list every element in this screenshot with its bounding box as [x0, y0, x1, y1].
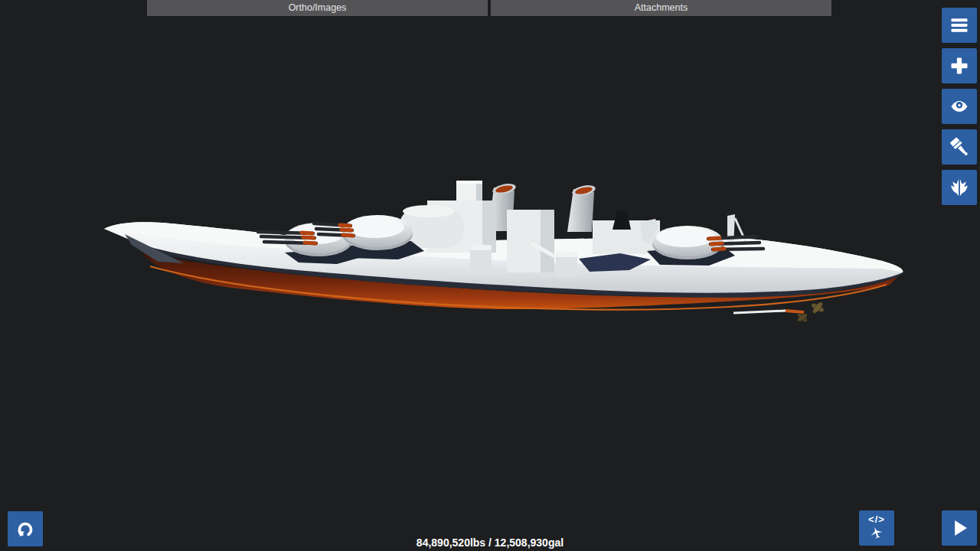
ship-model[interactable]	[100, 161, 911, 329]
tab-ortho-images[interactable]: Ortho/Images	[147, 0, 488, 16]
menu-button[interactable]	[942, 8, 977, 43]
tab-attachments[interactable]: Attachments	[491, 0, 831, 16]
visibility-eye-icon	[949, 96, 970, 117]
menu-icon	[949, 15, 970, 36]
play-icon	[949, 517, 970, 539]
paint-brush-icon	[948, 135, 971, 158]
mirror-aircraft-icon	[948, 176, 971, 199]
visibility-button[interactable]	[942, 89, 977, 124]
design-viewport[interactable]	[0, 0, 980, 551]
xml-code-glyph: </>	[868, 515, 885, 524]
right-toolbar	[942, 8, 977, 205]
paint-button[interactable]	[942, 129, 977, 165]
ship-hull[interactable]	[104, 222, 903, 309]
add-part-icon	[949, 55, 970, 77]
mirror-button[interactable]	[942, 170, 977, 205]
designer-screen: Ortho/Images Attachments	[0, 0, 980, 551]
add-part-button[interactable]	[942, 48, 977, 83]
weight-fuel-status: 84,890,520lbs / 12,508,930gal	[0, 536, 980, 549]
top-tab-bar: Ortho/Images Attachments	[147, 0, 831, 16]
